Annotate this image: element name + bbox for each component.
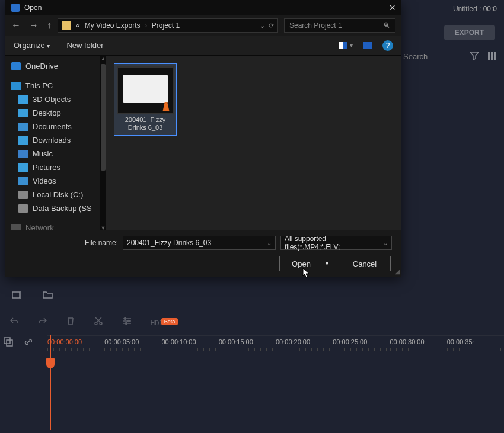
file-item[interactable]: 200401_Fizzy Drinks 6_03 [114,64,176,135]
open-file-dialog: Open × ← → ↑ « My Video Exports › Projec… [5,0,401,277]
timecode-tick: 00:00:35: [447,338,474,345]
redo-icon[interactable] [38,317,47,328]
document-icon [18,123,28,131]
tree-desktop[interactable]: Desktop [5,106,100,120]
app-title-status: Untitled : 00:0 [453,0,504,18]
svg-point-12 [125,318,126,320]
app-icon [11,4,20,12]
pc-icon [11,82,21,90]
disk-icon [18,204,28,213]
tree-this-pc[interactable]: This PC [5,79,100,92]
playhead[interactable] [50,335,51,430]
filename-input[interactable]: 200401_Fizzy Drinks 6_03⌄ [123,236,276,250]
file-grid[interactable]: 200401_Fizzy Drinks 6_03 [106,56,401,232]
timeline-ruler[interactable]: 00:00:00:00 00:00:05:00 00:00:10:00 00:0… [47,335,504,345]
desktop-icon [18,109,28,117]
chevron-down-icon[interactable]: ⌄ [383,240,388,246]
tree-downloads[interactable]: Downloads [5,133,100,147]
video-thumbnail [117,66,174,114]
open-button[interactable]: Open [279,256,323,271]
chevron-down-icon: ▾ [350,42,353,49]
link-icon[interactable] [24,337,33,349]
svg-point-14 [126,323,127,325]
new-folder-button[interactable]: New folder [66,41,103,50]
location-bar[interactable]: « My Video Exports › Project 1 ⌄ ⟳ [58,18,278,33]
chevron-down-icon[interactable]: ⌄ [267,240,272,246]
match-frame-icon[interactable] [12,290,23,302]
svg-rect-4 [491,54,493,57]
hdr-button[interactable]: HDRBeta [151,317,178,328]
timecode-tick: 00:00:30:00 [390,338,425,345]
svg-rect-0 [488,52,490,54]
breadcrumb-prefix: « [76,21,80,30]
back-icon[interactable]: ← [11,20,21,31]
folder-icon [62,21,71,30]
svg-rect-2 [494,52,496,54]
scroll-thumb[interactable] [101,64,106,171]
folder-icon[interactable] [43,290,53,302]
settings-sliders-icon[interactable] [122,317,132,328]
tree-documents[interactable]: Documents [5,120,100,133]
chevron-down-icon: ▾ [47,43,50,49]
timecode-tick: 00:00:05:00 [104,338,139,345]
svg-rect-16 [7,340,12,346]
tree-3d-objects[interactable]: 3D Objects [5,92,100,106]
media-search-input[interactable]: Search [403,52,461,61]
svg-rect-15 [4,338,10,344]
close-icon[interactable]: × [389,2,395,13]
filter-icon[interactable] [470,51,479,62]
export-button[interactable]: EXPORT [444,25,495,40]
resize-grip-icon[interactable]: ◢ [395,268,400,275]
svg-rect-1 [491,52,493,54]
timecode-tick: 00:00:15:00 [219,338,253,345]
search-icon: 🔍︎ [383,21,390,30]
video-icon [18,177,28,185]
up-icon[interactable]: ↑ [47,20,52,31]
open-split-button[interactable]: ▼ [323,256,331,271]
undo-icon[interactable] [9,317,19,328]
vlc-icon [162,102,170,111]
organize-menu[interactable]: Organize ▾ [14,41,50,50]
folder-search-input[interactable]: Search Project 1 🔍︎ [284,18,395,33]
forward-icon[interactable]: → [29,20,39,31]
timecode-tick: 00:00:20:00 [276,338,310,345]
preview-pane-button[interactable] [363,42,372,49]
help-icon[interactable]: ? [382,40,393,51]
cut-icon[interactable] [94,316,103,328]
svg-rect-7 [491,57,493,60]
svg-rect-3 [488,54,490,57]
cloud-icon [11,62,21,70]
download-icon [18,136,28,145]
tree-music[interactable]: Music [5,147,100,161]
timecode-tick: 00:00:25:00 [333,338,367,345]
svg-rect-5 [494,54,496,57]
tree-pictures[interactable]: Pictures [5,161,100,174]
grid-view-icon[interactable] [487,51,497,62]
tree-onedrive[interactable]: OneDrive [5,59,100,73]
breadcrumb[interactable]: Project 1 [152,21,180,30]
refresh-icon[interactable]: ⟳ [269,22,274,30]
file-type-select[interactable]: All supported files(*.MP4;*.FLV;⌄ [280,236,392,250]
cube-icon [18,95,28,104]
playhead-handle[interactable] [46,358,55,368]
view-mode-button[interactable]: ▾ [339,42,353,49]
file-name-label: 200401_Fizzy Drinks 6_03 [117,114,174,133]
tree-scrollbar[interactable]: ▲ ▼ [100,56,106,232]
svg-point-11 [100,322,102,325]
chevron-down-icon: ▼ [324,261,330,267]
timeline-nest-icon[interactable] [4,337,13,349]
tree-local-disk[interactable]: Local Disk (C:) [5,188,100,201]
breadcrumb[interactable]: My Video Exports [85,21,141,30]
svg-rect-6 [488,57,490,60]
scroll-up-icon[interactable]: ▲ [100,56,106,63]
tree-data-backup[interactable]: Data Backup (SS [5,201,100,215]
dialog-title: Open [24,4,42,12]
chevron-down-icon[interactable]: ⌄ [260,22,265,30]
svg-rect-9 [12,292,20,298]
svg-point-10 [95,322,97,325]
delete-icon[interactable] [66,316,75,328]
tree-videos[interactable]: Videos [5,174,100,188]
disk-icon [18,191,28,199]
cancel-button[interactable]: Cancel [339,256,391,271]
svg-rect-8 [494,57,496,60]
